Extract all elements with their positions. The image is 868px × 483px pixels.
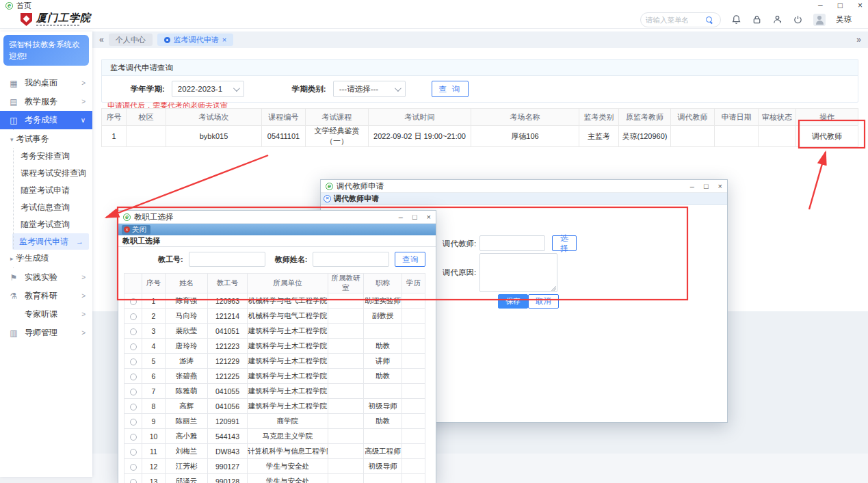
substitute-reason-textarea[interactable]	[479, 253, 557, 292]
sidebar-item-exam-info-query[interactable]: 考试信息查询	[0, 199, 92, 216]
column-header: 学历	[402, 274, 425, 293]
staff-row: 12 江芳彬 990127 学生与安全处 初级导师	[124, 459, 425, 474]
cell-apply-date	[715, 126, 759, 147]
chevron-right-icon: >	[81, 329, 86, 337]
save-button[interactable]: 保存	[498, 294, 528, 309]
term-select[interactable]: 2022-2023-1	[172, 81, 244, 97]
close-button[interactable]: ×	[718, 182, 722, 190]
expand-tabs-icon[interactable]: »	[856, 35, 861, 44]
cell-name: 高小雅	[166, 429, 208, 444]
practice-flag-icon: ⚑	[9, 273, 18, 283]
sidebar-item-exam-scores[interactable]: ◫ 考务成绩 ∨	[0, 111, 92, 129]
sidebar-item-course-exam-arrangement-query[interactable]: 课程考试安排查询	[0, 165, 92, 182]
select-staff-radio[interactable]	[130, 374, 137, 380]
browser-tab[interactable]: e 首页	[5, 1, 31, 11]
maximize-button[interactable]: □	[838, 1, 843, 10]
close-button[interactable]: ×	[427, 213, 431, 221]
cell-department: 建筑科学与土木工程学院	[248, 354, 328, 369]
column-header: 序号	[142, 274, 166, 293]
tab-invigilation-substitute[interactable]: 监考调代申请 ×	[157, 34, 233, 46]
sidebar-item-inclass-exam-apply[interactable]: 随堂考试申请	[0, 182, 92, 199]
sidebar-item-label: 导师管理	[25, 327, 57, 339]
school-name-english	[36, 25, 80, 26]
resize-handle[interactable]	[551, 285, 556, 291]
minimize-button[interactable]: –	[818, 1, 823, 10]
tab-personal-center[interactable]: 个人中心	[109, 34, 153, 46]
query-button[interactable]: 查 询	[432, 81, 469, 97]
select-staff-radio[interactable]	[130, 389, 137, 395]
sidebar-footer-strip	[0, 477, 92, 483]
close-tab-icon[interactable]: ×	[324, 195, 331, 203]
cell-name: 张碧燕	[166, 369, 208, 384]
bell-icon[interactable]	[731, 14, 741, 25]
select-staff-radio[interactable]	[130, 358, 137, 365]
select-staff-radio[interactable]	[130, 464, 137, 471]
cancel-button[interactable]: 取消	[528, 294, 559, 309]
sidebar-item-research[interactable]: ⚗ 教育科研 >	[0, 287, 92, 305]
staff-name-input[interactable]	[313, 252, 389, 267]
sidebar-item-practice[interactable]: ⚑ 实践实验 >	[0, 268, 92, 287]
menu-search-input[interactable]	[646, 16, 703, 24]
staff-query-button[interactable]: 查询	[395, 252, 425, 267]
cell-teaching-office	[328, 293, 364, 309]
minimize-button[interactable]: –	[399, 213, 403, 221]
close-dialog-button[interactable]: × 关闭	[122, 225, 150, 235]
search-icon[interactable]	[706, 16, 713, 23]
sidebar-item-inclass-exam-query[interactable]: 随堂考试查询	[0, 216, 92, 233]
tree-node-student-scores[interactable]: ▸ 学生成绩	[0, 250, 92, 267]
cell-title: 高级工程师	[364, 444, 402, 459]
minimize-button[interactable]: –	[690, 182, 694, 190]
close-button[interactable]: ×	[858, 1, 863, 10]
sidebar-item-expert-listening[interactable]: 专家听课 >	[0, 305, 92, 324]
cell-department: 建筑科学与土木工程学院	[248, 339, 328, 354]
maximize-button[interactable]: □	[412, 213, 417, 221]
sidebar-item-desktop[interactable]: ▦ 我的桌面 >	[0, 74, 92, 92]
cell-invigilator-type: 主监考	[579, 126, 619, 147]
cell-department: 建筑科学与土木工程学院	[248, 399, 328, 414]
select-staff-radio[interactable]	[130, 328, 137, 335]
cell-department: 马克思主义学院	[248, 429, 328, 444]
sidebar-item-exam-arrangement-query[interactable]: 考务安排查询	[0, 148, 92, 165]
select-staff-radio[interactable]	[130, 298, 137, 305]
select-staff-radio[interactable]	[130, 343, 137, 350]
column-header	[124, 274, 142, 293]
select-staff-radio[interactable]	[130, 404, 137, 410]
cell-teaching-office	[328, 339, 364, 354]
cell-seq: 4	[142, 339, 166, 354]
substitute-teacher-link[interactable]: 调代教师	[796, 126, 858, 147]
cell-title	[364, 429, 402, 444]
user-icon[interactable]	[772, 14, 782, 25]
power-icon[interactable]	[793, 14, 803, 25]
substitute-teacher-input[interactable]	[479, 235, 545, 251]
select-teacher-button[interactable]: 选择	[552, 235, 577, 251]
sidebar-item-teaching[interactable]: ▤ 教学服务 >	[0, 92, 92, 111]
chevron-right-icon: >	[81, 311, 86, 318]
column-header: 校区	[127, 109, 166, 126]
tab-close-icon[interactable]: ×	[222, 36, 226, 44]
sidebar-item-mentor-management[interactable]: ▥ 导师管理 >	[0, 324, 92, 342]
select-staff-radio[interactable]	[130, 434, 137, 441]
cell-seq: 3	[142, 324, 166, 339]
tab-icon	[164, 37, 170, 43]
exam-book-icon: ◫	[9, 116, 18, 125]
cell-department: 机械科学与电气工程学院	[248, 293, 328, 309]
cell-seq: 12	[142, 459, 166, 474]
avatar[interactable]	[813, 14, 826, 26]
cell-degree	[402, 444, 425, 459]
staff-id-input[interactable]	[189, 252, 265, 267]
type-select[interactable]: ---请选择---	[333, 81, 406, 97]
tree-node-exam-affairs[interactable]: ▾ 考试事务	[0, 131, 92, 148]
maximize-button[interactable]: □	[704, 182, 709, 190]
select-staff-radio[interactable]	[130, 479, 137, 483]
cell-name: 江芳彬	[166, 459, 208, 474]
collapse-sidebar-icon[interactable]: «	[99, 35, 104, 44]
select-staff-radio[interactable]	[130, 419, 137, 426]
select-staff-radio[interactable]	[130, 313, 137, 320]
lock-icon[interactable]	[752, 14, 762, 25]
sidebar-item-invigilation-substitute-apply[interactable]: 监考调代申请 →	[12, 233, 89, 250]
cell-title: 助理实验师	[364, 293, 402, 309]
tree-node-label: 学生成绩	[16, 252, 49, 264]
menu-search[interactable]	[640, 12, 721, 27]
cell-department: 商学院	[248, 414, 328, 429]
select-staff-radio[interactable]	[130, 449, 137, 456]
